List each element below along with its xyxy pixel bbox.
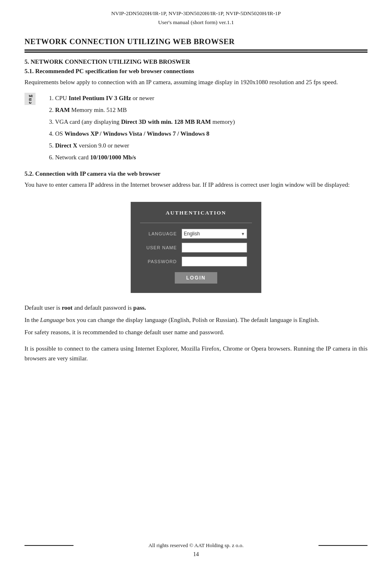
list-item: 2. RAM Memory min. 512 MB [49,105,368,116]
list-number: 4. [49,130,55,137]
auth-login-button[interactable]: LOGIN [175,272,217,284]
thick-rule-top [24,49,368,51]
list-bold: Direct 3D with min. 128 MB RAM [121,118,211,125]
default-user-text: Default user is root and default passwor… [24,303,368,313]
safety-text: For safety reasons, it is recommended to… [24,327,368,337]
page: NVIP-2DN5020H/IR-1P, NVIP-3DN5020H/IR-1P… [0,0,392,570]
footer-text: All rights reserved © AAT Holding sp. z … [148,542,243,549]
auth-password-input[interactable] [182,257,247,266]
list-bold: 10/100/1000 Mb/s [90,154,136,161]
section52-heading: 5.2. Connection with IP camera via the w… [24,170,368,177]
list-bold: Windows XP / Windows Vista / Windows 7 /… [65,130,209,137]
auth-screenshot-container: AUTHENTICATION LANGUAGE English ▼ USER N… [24,202,368,293]
eng-section: eng 1. CPU Intel Pentium IV 3 GHz or new… [24,93,368,163]
section5-heading: 5. NETWORK CONNECTION UTILIZING WEB BROS… [24,58,368,65]
footer-page-number: 14 [24,551,368,558]
header-line2: User's manual (short form) ver.1.1 [24,18,368,27]
eng-label: eng [24,93,36,105]
footer: All rights reserved © AAT Holding sp. z … [24,542,368,558]
list-item: 6. Network card 10/100/1000 Mb/s [49,152,368,163]
auth-box: AUTHENTICATION LANGUAGE English ▼ USER N… [131,202,261,293]
list-item: 1. CPU Intel Pentium IV 3 GHz or newer [49,93,368,104]
footer-hr-left [24,545,74,546]
list-item: 3. VGA card (any displaying Direct 3D wi… [49,116,368,127]
auth-language-select[interactable]: English ▼ [182,229,247,239]
requirements-list: 1. CPU Intel Pentium IV 3 GHz or newer 2… [49,93,368,163]
language-italic: Language [40,317,65,323]
browser-text: It is possible to connect to the camera … [24,344,368,363]
list-bold: Direct X [55,142,77,149]
default-user-bold: root [62,304,72,311]
list-number: 6. [49,154,55,161]
page-header: NVIP-2DN5020H/IR-1P, NVIP-3DN5020H/IR-1P… [24,0,368,30]
section51-heading: 5.1. Recommended PC specification for we… [24,68,368,75]
list-item: 5. Direct X version 9.0 or newer [49,140,368,151]
footer-hr-right [318,545,368,546]
list-number: 2. [49,107,55,113]
page-section-title: NETWORK CONNECTION UTILIZING WEB BROWSER [24,37,368,46]
default-pass-bold: pass. [133,304,146,311]
auth-password-label: PASSWORD [140,259,177,264]
auth-language-value: English [184,231,200,237]
section52-intro: You have to enter camera IP address in t… [24,180,368,190]
header-line1: NVIP-2DN5020H/IR-1P, NVIP-3DN5020H/IR-1P… [24,9,368,18]
auth-username-row: USER NAME [140,243,252,253]
list-bold: RAM [55,107,70,113]
section51-intro: Requirements below apply to connection w… [24,77,368,87]
language-box-text: In the Language box you can change the d… [24,315,368,325]
auth-divider [140,223,252,223]
auth-language-label: LANGUAGE [140,231,177,236]
using-text: using [120,345,134,352]
auth-language-row: LANGUAGE English ▼ [140,229,252,239]
list-bold: Intel Pentium IV 3 GHz [69,95,131,101]
auth-title: AUTHENTICATION [140,210,252,216]
auth-username-input[interactable] [182,243,247,253]
auth-username-label: USER NAME [140,245,177,250]
list-item: 4. OS Windows XP / Windows Vista / Windo… [49,128,368,139]
eng-section-inner: 1. CPU Intel Pentium IV 3 GHz or newer 2… [24,93,368,163]
dropdown-arrow-icon: ▼ [241,232,245,236]
footer-line: All rights reserved © AAT Holding sp. z … [24,542,368,549]
list-number: 3. [49,118,55,125]
list-number: 1. [49,95,55,101]
list-number: 5. [49,142,55,149]
auth-password-row: PASSWORD [140,257,252,266]
thick-rule-bottom [24,51,368,53]
